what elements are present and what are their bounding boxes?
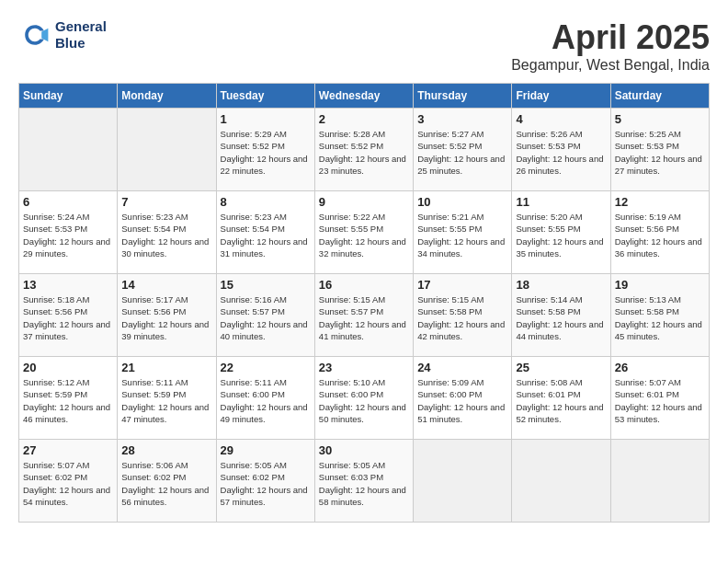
calendar-week-row: 20Sunrise: 5:12 AM Sunset: 5:59 PM Dayli… xyxy=(19,357,710,440)
day-number: 23 xyxy=(319,361,409,374)
calendar-body: 1Sunrise: 5:29 AM Sunset: 5:52 PM Daylig… xyxy=(19,109,710,523)
day-number: 22 xyxy=(221,361,311,374)
calendar-cell xyxy=(610,440,709,523)
day-info: Sunrise: 5:18 AM Sunset: 5:56 PM Dayligh… xyxy=(23,293,113,342)
day-number: 7 xyxy=(121,195,211,209)
calendar-cell: 22Sunrise: 5:11 AM Sunset: 6:00 PM Dayli… xyxy=(216,357,314,440)
day-info: Sunrise: 5:19 AM Sunset: 5:56 PM Dayligh… xyxy=(615,211,705,259)
calendar-cell: 7Sunrise: 5:23 AM Sunset: 5:54 PM Daylig… xyxy=(118,191,216,274)
calendar-cell xyxy=(512,440,610,523)
calendar-cell: 17Sunrise: 5:15 AM Sunset: 5:58 PM Dayli… xyxy=(414,274,512,357)
calendar-cell: 29Sunrise: 5:05 AM Sunset: 6:02 PM Dayli… xyxy=(216,440,314,523)
day-number: 5 xyxy=(615,112,705,126)
day-number: 16 xyxy=(319,278,409,292)
day-info: Sunrise: 5:12 AM Sunset: 5:59 PM Dayligh… xyxy=(23,376,113,425)
day-info: Sunrise: 5:29 AM Sunset: 5:52 PM Dayligh… xyxy=(221,128,311,177)
day-info: Sunrise: 5:27 AM Sunset: 5:52 PM Dayligh… xyxy=(417,128,507,177)
day-info: Sunrise: 5:14 AM Sunset: 5:58 PM Dayligh… xyxy=(516,293,606,342)
calendar-cell: 10Sunrise: 5:21 AM Sunset: 5:55 PM Dayli… xyxy=(414,191,512,274)
weekday-header-tuesday: Tuesday xyxy=(216,84,314,109)
day-info: Sunrise: 5:09 AM Sunset: 6:00 PM Dayligh… xyxy=(417,376,507,425)
day-number: 29 xyxy=(221,443,311,457)
weekday-header-saturday: Saturday xyxy=(610,84,709,109)
calendar-cell: 23Sunrise: 5:10 AM Sunset: 6:00 PM Dayli… xyxy=(314,357,413,440)
weekday-header-thursday: Thursday xyxy=(414,84,512,109)
day-number: 12 xyxy=(615,195,705,209)
calendar-cell: 13Sunrise: 5:18 AM Sunset: 5:56 PM Dayli… xyxy=(19,274,118,357)
calendar-week-row: 1Sunrise: 5:29 AM Sunset: 5:52 PM Daylig… xyxy=(19,109,710,191)
day-number: 15 xyxy=(221,278,311,292)
day-number: 2 xyxy=(319,112,409,126)
day-info: Sunrise: 5:08 AM Sunset: 6:01 PM Dayligh… xyxy=(516,376,606,425)
day-info: Sunrise: 5:23 AM Sunset: 5:54 PM Dayligh… xyxy=(221,211,311,259)
calendar-cell: 19Sunrise: 5:13 AM Sunset: 5:58 PM Dayli… xyxy=(610,274,709,357)
day-number: 8 xyxy=(221,195,311,209)
day-info: Sunrise: 5:15 AM Sunset: 5:58 PM Dayligh… xyxy=(417,293,507,342)
day-number: 30 xyxy=(319,443,409,457)
calendar-cell: 26Sunrise: 5:07 AM Sunset: 6:01 PM Dayli… xyxy=(610,357,709,440)
calendar-cell: 11Sunrise: 5:20 AM Sunset: 5:55 PM Dayli… xyxy=(512,191,610,274)
weekday-header-wednesday: Wednesday xyxy=(314,84,413,109)
calendar-table: SundayMondayTuesdayWednesdayThursdayFrid… xyxy=(18,83,710,523)
day-info: Sunrise: 5:17 AM Sunset: 5:56 PM Dayligh… xyxy=(121,293,211,342)
weekday-header-friday: Friday xyxy=(512,84,610,109)
month-year-title: April 2025 xyxy=(511,18,710,57)
calendar-cell: 18Sunrise: 5:14 AM Sunset: 5:58 PM Dayli… xyxy=(512,274,610,357)
calendar-cell xyxy=(414,440,512,523)
day-info: Sunrise: 5:22 AM Sunset: 5:55 PM Dayligh… xyxy=(319,211,409,259)
calendar-cell: 3Sunrise: 5:27 AM Sunset: 5:52 PM Daylig… xyxy=(414,109,512,191)
logo-text: General Blue xyxy=(55,18,107,52)
calendar-week-row: 6Sunrise: 5:24 AM Sunset: 5:53 PM Daylig… xyxy=(19,191,710,274)
day-info: Sunrise: 5:07 AM Sunset: 6:01 PM Dayligh… xyxy=(615,376,705,425)
day-number: 17 xyxy=(417,278,507,292)
day-number: 4 xyxy=(516,112,606,126)
calendar-cell: 5Sunrise: 5:25 AM Sunset: 5:53 PM Daylig… xyxy=(610,109,709,191)
day-number: 18 xyxy=(516,278,606,292)
day-number: 19 xyxy=(615,278,705,292)
day-info: Sunrise: 5:05 AM Sunset: 6:03 PM Dayligh… xyxy=(319,459,409,508)
day-info: Sunrise: 5:24 AM Sunset: 5:53 PM Dayligh… xyxy=(23,211,113,259)
calendar-cell: 16Sunrise: 5:15 AM Sunset: 5:57 PM Dayli… xyxy=(314,274,413,357)
weekday-header-monday: Monday xyxy=(118,84,216,109)
day-info: Sunrise: 5:25 AM Sunset: 5:53 PM Dayligh… xyxy=(615,128,705,177)
day-number: 14 xyxy=(121,278,211,292)
day-number: 25 xyxy=(516,361,606,374)
day-info: Sunrise: 5:11 AM Sunset: 6:00 PM Dayligh… xyxy=(221,376,311,425)
day-info: Sunrise: 5:06 AM Sunset: 6:02 PM Dayligh… xyxy=(121,459,211,508)
calendar-cell: 20Sunrise: 5:12 AM Sunset: 5:59 PM Dayli… xyxy=(19,357,118,440)
day-number: 6 xyxy=(23,195,113,209)
calendar-cell: 28Sunrise: 5:06 AM Sunset: 6:02 PM Dayli… xyxy=(118,440,216,523)
calendar-cell: 8Sunrise: 5:23 AM Sunset: 5:54 PM Daylig… xyxy=(216,191,314,274)
calendar-cell: 2Sunrise: 5:28 AM Sunset: 5:52 PM Daylig… xyxy=(314,109,413,191)
day-info: Sunrise: 5:11 AM Sunset: 5:59 PM Dayligh… xyxy=(121,376,211,425)
day-info: Sunrise: 5:26 AM Sunset: 5:53 PM Dayligh… xyxy=(516,128,606,177)
calendar-cell xyxy=(19,109,118,191)
calendar-cell: 4Sunrise: 5:26 AM Sunset: 5:53 PM Daylig… xyxy=(512,109,610,191)
calendar-week-row: 27Sunrise: 5:07 AM Sunset: 6:02 PM Dayli… xyxy=(19,440,710,523)
day-info: Sunrise: 5:20 AM Sunset: 5:55 PM Dayligh… xyxy=(516,211,606,259)
calendar-cell xyxy=(118,109,216,191)
day-number: 1 xyxy=(221,112,311,126)
title-block: April 2025 Begampur, West Bengal, India xyxy=(511,18,710,74)
day-number: 10 xyxy=(417,195,507,209)
day-info: Sunrise: 5:13 AM Sunset: 5:58 PM Dayligh… xyxy=(615,293,705,342)
calendar-cell: 12Sunrise: 5:19 AM Sunset: 5:56 PM Dayli… xyxy=(610,191,709,274)
day-info: Sunrise: 5:21 AM Sunset: 5:55 PM Dayligh… xyxy=(417,211,507,259)
day-info: Sunrise: 5:07 AM Sunset: 6:02 PM Dayligh… xyxy=(23,459,113,508)
calendar-cell: 6Sunrise: 5:24 AM Sunset: 5:53 PM Daylig… xyxy=(19,191,118,274)
day-number: 20 xyxy=(23,361,113,374)
calendar-week-row: 13Sunrise: 5:18 AM Sunset: 5:56 PM Dayli… xyxy=(19,274,710,357)
day-number: 9 xyxy=(319,195,409,209)
day-number: 26 xyxy=(615,361,705,374)
calendar-cell: 30Sunrise: 5:05 AM Sunset: 6:03 PM Dayli… xyxy=(314,440,413,523)
calendar-cell: 24Sunrise: 5:09 AM Sunset: 6:00 PM Dayli… xyxy=(414,357,512,440)
weekday-header-sunday: Sunday xyxy=(19,84,118,109)
calendar-cell: 14Sunrise: 5:17 AM Sunset: 5:56 PM Dayli… xyxy=(118,274,216,357)
calendar-cell: 21Sunrise: 5:11 AM Sunset: 5:59 PM Dayli… xyxy=(118,357,216,440)
logo-icon xyxy=(18,18,51,52)
day-number: 13 xyxy=(23,278,113,292)
calendar-cell: 9Sunrise: 5:22 AM Sunset: 5:55 PM Daylig… xyxy=(314,191,413,274)
day-number: 21 xyxy=(121,361,211,374)
day-number: 27 xyxy=(23,443,113,457)
calendar-cell: 27Sunrise: 5:07 AM Sunset: 6:02 PM Dayli… xyxy=(19,440,118,523)
